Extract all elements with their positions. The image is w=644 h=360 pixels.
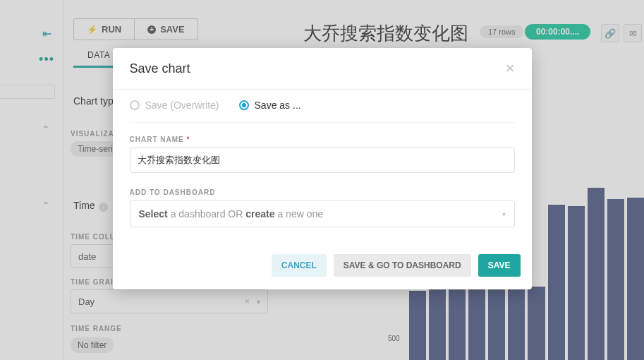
- modal-header: Save chart ×: [113, 48, 532, 90]
- radio-icon: [130, 100, 140, 110]
- radio-overwrite: Save (Overwrite): [130, 100, 219, 111]
- dashboard-select[interactable]: Select a dashboard OR create a new one ▾: [130, 200, 515, 227]
- radio-overwrite-label: Save (Overwrite): [145, 100, 219, 111]
- radio-icon: [239, 100, 249, 110]
- add-to-dashboard-label: ADD TO DASHBOARD: [130, 188, 515, 196]
- save-chart-modal: Save chart × Save (Overwrite) Save as ..…: [113, 48, 532, 289]
- modal-overlay[interactable]: Save chart × Save (Overwrite) Save as ..…: [0, 0, 644, 360]
- chart-name-input[interactable]: [130, 148, 515, 173]
- radio-save-as-label: Save as ...: [255, 100, 301, 111]
- modal-title: Save chart: [130, 61, 190, 76]
- chevron-down-icon: ▾: [502, 210, 506, 218]
- radio-save-as[interactable]: Save as ...: [239, 100, 301, 111]
- modal-body: Save (Overwrite) Save as ... CHART NAME …: [113, 90, 532, 244]
- modal-save-button[interactable]: SAVE: [478, 254, 521, 277]
- modal-footer: CANCEL SAVE & GO TO DASHBOARD SAVE: [113, 244, 532, 289]
- ph-end: a new one: [275, 208, 324, 220]
- ph-mid: a dashboard OR: [168, 208, 246, 220]
- dashboard-select-placeholder: Select a dashboard OR create a new one: [139, 208, 324, 220]
- required-asterisk: *: [187, 136, 190, 143]
- cancel-button[interactable]: CANCEL: [272, 254, 327, 277]
- save-and-go-button[interactable]: SAVE & GO TO DASHBOARD: [334, 254, 471, 277]
- chart-name-label-text: CHART NAME: [130, 136, 184, 143]
- save-mode-radio-group: Save (Overwrite) Save as ...: [130, 100, 515, 123]
- ph-create: create: [245, 208, 274, 220]
- chart-name-field-label: CHART NAME *: [130, 136, 515, 143]
- ph-select: Select: [139, 208, 168, 220]
- close-icon[interactable]: ×: [506, 59, 515, 78]
